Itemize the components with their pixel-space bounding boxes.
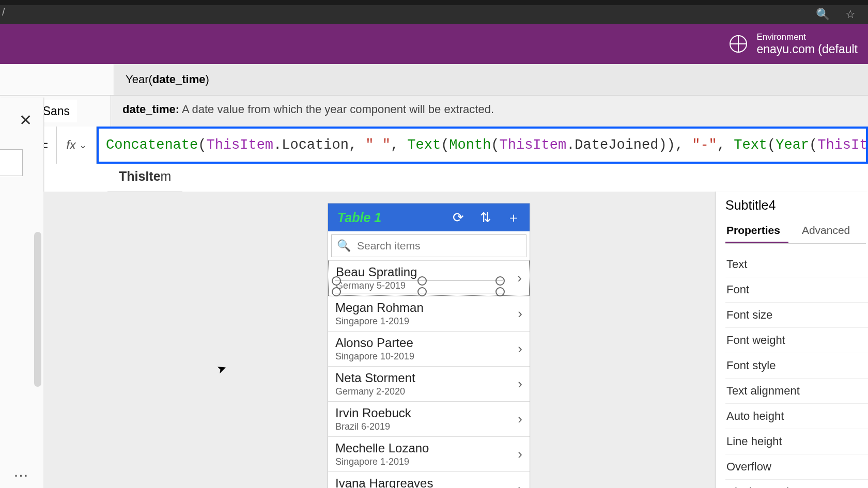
property-row[interactable]: Auto height [725, 404, 868, 429]
browser-url-bar: / 🔍 ☆ [0, 5, 868, 24]
search-icon: 🔍 [337, 239, 351, 253]
list-item[interactable]: Alonso ParteeSingapore 10-2019› [328, 331, 530, 366]
refresh-icon[interactable]: ⟳ [453, 210, 464, 225]
ribbon-row: Year(date_time) [0, 64, 868, 96]
intellisense-suggestion[interactable]: ThisItem [107, 164, 182, 192]
cursor-icon: ➤ [215, 361, 228, 377]
selection-handle[interactable] [417, 287, 427, 296]
environment-label: Environment [756, 32, 858, 42]
chevron-right-icon[interactable]: › [518, 306, 522, 322]
selection-handle[interactable] [332, 287, 341, 296]
list-item[interactable]: Megan RohmanSingapore 1-2019› [328, 296, 530, 331]
tree-scrollbar[interactable] [34, 232, 41, 387]
list-item[interactable]: Mechelle LozanoSingapore 1-2019› [328, 436, 530, 471]
formula-token: Year [776, 137, 809, 153]
formula-token: "-" [692, 137, 717, 153]
property-row[interactable]: Font size [725, 303, 868, 328]
search-icon[interactable]: 🔍 [816, 8, 830, 21]
formula-token: ThisItem [500, 137, 567, 153]
chevron-right-icon[interactable]: › [518, 411, 522, 427]
selection-handle[interactable] [495, 276, 505, 286]
hint-text: A date value from which the year compone… [179, 103, 494, 116]
formula-token: Concatenate [106, 137, 198, 153]
chevron-right-icon[interactable]: › [518, 376, 522, 392]
chevron-right-icon[interactable]: › [518, 481, 522, 488]
tab-advanced[interactable]: Advanced [801, 220, 858, 243]
url-path: / [2, 6, 5, 18]
property-row[interactable]: Overflow [725, 454, 868, 480]
sort-icon[interactable]: ⇅ [480, 210, 491, 225]
formula-token: ( [441, 137, 449, 153]
item-title: Mechelle Lozano [335, 441, 429, 455]
list-item[interactable]: Beau SpratlingGermany 5-2019› [328, 260, 530, 296]
property-row[interactable]: Display mode [725, 480, 868, 488]
formula-token: .Location, [273, 137, 365, 153]
property-row[interactable]: Font weight [725, 328, 868, 353]
function-signature: Year(date_time) [126, 73, 209, 86]
gallery-header: Table 1 ⟳ ⇅ ＋ [328, 203, 530, 231]
formula-token: ( [767, 137, 776, 153]
close-icon[interactable]: ✕ [19, 111, 32, 129]
property-row[interactable]: Text [725, 252, 868, 277]
formula-token: , [717, 137, 734, 153]
selection-handle[interactable] [417, 276, 427, 286]
formula-token: ThisItem [206, 137, 273, 153]
formula-token: Month [449, 137, 491, 153]
formula-token: ( [491, 137, 499, 153]
search-box[interactable]: 🔍 [331, 234, 526, 257]
star-icon[interactable]: ☆ [845, 8, 856, 21]
chevron-right-icon[interactable]: › [518, 446, 522, 462]
item-title: Alonso Partee [335, 336, 414, 350]
chevron-down-icon: ⌄ [79, 139, 87, 151]
browser-tab-bar [0, 0, 868, 5]
hint-param-name: date_time: [122, 103, 179, 116]
property-row[interactable]: Text alignment [725, 379, 868, 404]
environment-icon[interactable] [730, 35, 747, 53]
list-item[interactable]: Ivana HargreavesUnited States 6-2019› [328, 471, 530, 488]
canvas-area[interactable]: ➤ Table 1 ⟳ ⇅ ＋ 🔍 Beau SpratlingGermany … [43, 192, 723, 488]
list-item[interactable]: Neta StormentGermany 2-2020› [328, 366, 530, 401]
app-header: Environment enayu.com (default [0, 24, 868, 64]
item-title: Megan Rohman [335, 301, 424, 315]
fx-button[interactable]: fx⌄ [57, 127, 97, 164]
formula-token: ( [198, 137, 206, 153]
property-row[interactable]: Font [725, 277, 868, 303]
property-row[interactable]: Font style [725, 353, 868, 379]
property-row[interactable]: Line height [725, 429, 868, 454]
search-input[interactable] [356, 239, 521, 253]
environment-value[interactable]: enayu.com (default [756, 42, 858, 56]
selection-handle[interactable] [495, 287, 505, 296]
formula-token: Text [407, 137, 441, 153]
item-subtitle: Brazil 6-2019 [335, 421, 411, 432]
item-subtitle: Germany 2-2020 [335, 386, 415, 397]
formula-token: " " [365, 137, 391, 153]
item-title: Beau Spratling [336, 265, 417, 279]
item-subtitle: Singapore 1-2019 [335, 316, 424, 327]
formula-token: ( [809, 137, 817, 153]
properties-panel: Subtitle4 Properties Advanced TextFontFo… [716, 192, 868, 488]
item-subtitle: Singapore 1-2019 [335, 456, 429, 467]
item-subtitle: Germany 5-2019 [336, 280, 406, 291]
chevron-right-icon[interactable]: › [518, 341, 522, 357]
hint-row: Open Sans date_time: A date value from w… [0, 96, 868, 127]
formula-token: .DateJoined)), [566, 137, 692, 153]
tab-properties[interactable]: Properties [725, 220, 788, 243]
tree-selected-node[interactable] [0, 149, 23, 176]
add-icon[interactable]: ＋ [507, 210, 520, 225]
item-subtitle: Singapore 10-2019 [335, 351, 414, 362]
gallery-title: Table 1 [337, 210, 381, 225]
list-item[interactable]: Irvin RoebuckBrazil 6-2019› [328, 401, 530, 436]
formula-input[interactable]: Concatenate(ThisItem.Location, " ", Text… [97, 127, 868, 164]
gallery-control[interactable]: Table 1 ⟳ ⇅ ＋ 🔍 Beau SpratlingGermany 5-… [328, 203, 530, 488]
formula-token: , [391, 137, 407, 153]
formula-bar: ⌄ = fx⌄ Concatenate(ThisItem.Location, "… [0, 127, 868, 164]
item-title: Ivana Hargreaves [335, 476, 433, 488]
selection-handle[interactable] [332, 276, 341, 286]
more-icon[interactable]: … [0, 463, 43, 480]
formula-token: ThisItem [817, 137, 868, 153]
tree-view-panel: ✕ … [0, 98, 44, 488]
formula-token: Text [734, 137, 767, 153]
item-title: Neta Storment [335, 371, 415, 385]
selected-control-name: Subtitle4 [725, 198, 868, 213]
chevron-right-icon[interactable]: › [517, 270, 522, 286]
